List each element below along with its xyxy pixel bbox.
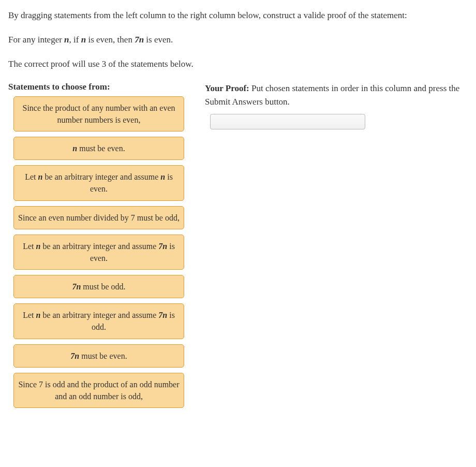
text-fragment: Since an even number divided by 7 must b…	[18, 213, 180, 222]
statement-item[interactable]: n must be even.	[13, 137, 184, 160]
text-fragment: is even, then	[86, 35, 135, 45]
text-fragment: is even.	[144, 35, 173, 45]
text-fragment: Since the product of any number with an …	[22, 104, 175, 124]
text-fragment: , if	[69, 35, 81, 45]
math-var: 7n	[72, 282, 81, 291]
text-fragment: must be even.	[77, 144, 125, 153]
text-fragment: be an arbitrary integer and assume	[40, 242, 158, 251]
proof-drop-zone[interactable]	[210, 114, 365, 129]
statements-column: Statements to choose from: Since the pro…	[8, 82, 196, 408]
text-fragment: Let	[25, 172, 38, 181]
proof-heading: Your Proof: Put chosen statements in ord…	[205, 82, 468, 109]
statement-item[interactable]: Let n be an arbitrary integer and assume…	[13, 303, 184, 339]
statement-item[interactable]: 7n must be odd.	[13, 275, 184, 298]
proof-heading-lead: Your Proof:	[205, 83, 249, 93]
statement-item[interactable]: 7n must be even.	[13, 344, 184, 368]
math-var: 7n	[70, 352, 79, 360]
text-fragment: must be odd.	[81, 282, 125, 291]
statement-item[interactable]: Let n be an arbitrary integer and assume…	[13, 235, 184, 270]
instruction-paragraph-3: The correct proof will use 3 of the stat…	[8, 57, 468, 71]
text-fragment: be an arbitrary integer and assume	[40, 311, 158, 319]
proof-column: Your Proof: Put chosen statements in ord…	[205, 82, 468, 130]
math-var: 7n	[135, 35, 144, 45]
math-var: 7n	[158, 311, 167, 319]
text-fragment: Let	[23, 311, 36, 319]
text-fragment: be an arbitrary integer and assume	[42, 172, 160, 181]
statement-item[interactable]: Since an even number divided by 7 must b…	[13, 206, 184, 229]
statements-heading: Statements to choose from:	[8, 82, 196, 92]
math-var: n	[72, 144, 77, 153]
statement-item[interactable]: Let n be an arbitrary integer and assume…	[13, 165, 184, 200]
text-fragment: must be even.	[79, 352, 127, 360]
text-fragment: For any integer	[8, 35, 64, 45]
statement-item[interactable]: Since the product of any number with an …	[13, 96, 184, 132]
instruction-paragraph-2: For any integer n, if n is even, then 7n…	[8, 33, 468, 47]
instruction-paragraph-1: By dragging statements from the left col…	[8, 8, 468, 22]
math-var: n	[160, 172, 165, 181]
text-fragment: Let	[23, 242, 36, 251]
statements-list: Since the product of any number with an …	[8, 96, 196, 408]
math-var: 7n	[158, 242, 167, 251]
math-var: n	[81, 35, 86, 45]
math-var: n	[64, 35, 69, 45]
two-column-layout: Statements to choose from: Since the pro…	[8, 82, 468, 408]
statement-item[interactable]: Since 7 is odd and the product of an odd…	[13, 373, 184, 408]
text-fragment: Since 7 is odd and the product of an odd…	[18, 380, 179, 401]
